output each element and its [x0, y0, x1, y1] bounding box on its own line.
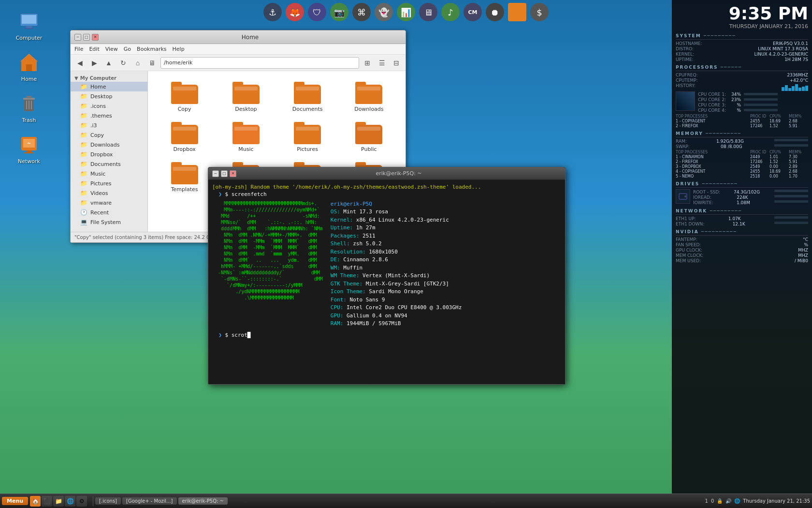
mem-proc5-cpu: 0.00: [769, 174, 789, 179]
taskbar-window-terminal[interactable]: erik@erik-P5Q: ~: [178, 497, 228, 505]
orange-box-icon[interactable]: [508, 3, 526, 21]
ghost-icon[interactable]: 👻: [375, 3, 393, 21]
drive-details: ROOT - SSD: 74.3G/102G IOREAD: 224K IOWR…: [693, 189, 808, 206]
sidebar-item-videos[interactable]: 📁 Videos: [71, 188, 147, 198]
music-icon[interactable]: ♪: [441, 3, 460, 21]
file-item-music[interactable]: Music: [217, 119, 275, 155]
ascii-art: MMMMMMMMMMMMMMMMMMMMMMMMMMMmds+. MMm----…: [212, 200, 323, 328]
sidebar-item-music[interactable]: 📁 Music: [71, 169, 147, 179]
cputemp-row: CPUTEMP: +42.0°C: [676, 78, 808, 83]
menu-help[interactable]: Help: [173, 45, 185, 53]
desktop-icon-network[interactable]: ~ Network: [10, 133, 48, 164]
mem-proc3-mem: 2.89: [789, 164, 808, 169]
sidebar-label-videos: Videos: [90, 190, 108, 196]
location-bar[interactable]: /home/erik: [160, 57, 359, 69]
sidebar-item-home[interactable]: 📁 Home: [71, 82, 147, 91]
sidebar-item-pictures[interactable]: 📁 Pictures: [71, 179, 147, 188]
menu-bookmarks[interactable]: Bookmarks: [137, 45, 166, 53]
camera-icon[interactable]: 📷: [330, 3, 348, 21]
drive-icon: [676, 189, 690, 204]
sidebar-item-vmware[interactable]: 📁 vmware: [71, 198, 147, 208]
sidebar-item-themes[interactable]: 📁 .themes: [71, 111, 147, 120]
sidebar-item-icons[interactable]: 📁 .icons: [71, 101, 147, 111]
tray-lock-icon: 🔒: [717, 498, 723, 504]
tray-network-icon[interactable]: 🌐: [734, 498, 740, 504]
taskbar-window-browser[interactable]: [Google+ - Mozil...]: [122, 497, 177, 505]
mem-proc2-name: 2 - FIREFOX: [676, 160, 750, 164]
file-label-pictures: Pictures: [297, 146, 318, 152]
sidebar-item-copy[interactable]: 📁 Copy: [71, 130, 147, 140]
sidebar-label-desktop: Desktop: [90, 93, 112, 100]
taskbar-window-icons[interactable]: [.icons]: [95, 497, 121, 505]
file-manager-sidebar: ▼ My Computer 📁 Home 📁 Desktop 📁 .icons: [71, 71, 148, 232]
file-label-documents: Documents: [292, 106, 323, 112]
sidebar-item-dropbox[interactable]: 📁 Dropbox: [71, 149, 147, 159]
mem-proc1-name: 1 - CINNAMON: [676, 155, 750, 159]
sidebar-section-mycomputer: ▼ My Computer 📁 Home 📁 Desktop 📁 .icons: [71, 73, 147, 228]
sidebar-item-downloads[interactable]: 📁 Downloads: [71, 140, 147, 149]
proc-header-name: TOP PROCESSES: [676, 114, 750, 119]
file-item-pictures[interactable]: Pictures: [279, 119, 336, 155]
file-item-templates[interactable]: Templates: [156, 159, 213, 195]
reload-button[interactable]: ↻: [117, 57, 130, 69]
taskbar-menu-button[interactable]: Menu: [2, 497, 28, 505]
anchor-icon[interactable]: ⚓: [263, 3, 282, 21]
mem-proc-header-cpu: CPU%: [769, 150, 789, 154]
terminal-close[interactable]: ✕: [230, 170, 236, 177]
up-button[interactable]: ▲: [102, 57, 115, 69]
file-item-desktop[interactable]: Desktop: [217, 79, 275, 115]
sidebar-item-i3[interactable]: 📁 .i3: [71, 120, 147, 130]
taskbar: Menu 🏠 ⬛ 📁 🌐 ⚙ [.icons] [Google+ - Mozil…: [0, 493, 812, 508]
menu-file[interactable]: File: [74, 45, 83, 53]
proc-header-pid: PROC ID: [750, 114, 769, 119]
desktop-icon-trash[interactable]: Trash: [10, 92, 48, 123]
file-item-copy[interactable]: Copy: [156, 79, 213, 115]
desktop-icon-home[interactable]: Home: [10, 51, 48, 82]
terminal-minimize[interactable]: ─: [212, 170, 219, 177]
dollar-icon[interactable]: $: [530, 3, 549, 21]
display-icon[interactable]: 🖥: [419, 3, 437, 21]
menu-view[interactable]: View: [105, 45, 118, 53]
view-compact-button[interactable]: ⊟: [390, 57, 403, 69]
sidebar-label-music: Music: [90, 171, 105, 177]
file-label-dropbox: Dropbox: [173, 146, 195, 152]
forward-button[interactable]: ▶: [88, 57, 101, 69]
terminal-icon[interactable]: ⌘: [352, 3, 371, 21]
taskbar-app-terminal[interactable]: ⬛: [42, 496, 52, 507]
home-nav-button[interactable]: ⌂: [131, 57, 144, 69]
sidebar-item-recent[interactable]: 🕐 Recent: [71, 208, 147, 217]
close-button[interactable]: ✕: [92, 34, 99, 41]
taskbar-app-browser[interactable]: 🌐: [65, 496, 75, 507]
maximize-button[interactable]: □: [83, 34, 90, 41]
minimize-button[interactable]: ─: [74, 34, 81, 41]
terminal-content[interactable]: [oh-my-zsh] Random theme '/home/erik/.oh…: [208, 180, 565, 384]
file-item-public[interactable]: Public: [340, 119, 398, 155]
sidebar-item-desktop[interactable]: 📁 Desktop: [71, 91, 147, 101]
file-item-downloads[interactable]: Downloads: [340, 79, 398, 115]
file-item-documents[interactable]: Documents: [279, 79, 336, 115]
taskbar-app-files[interactable]: 📁: [53, 496, 64, 507]
menu-edit[interactable]: Edit: [89, 45, 99, 53]
view-icons-button[interactable]: ⊞: [361, 57, 374, 69]
computer-nav-button[interactable]: 🖥: [146, 57, 159, 69]
back-button[interactable]: ◀: [73, 57, 86, 69]
shield-icon[interactable]: 🛡: [308, 3, 326, 21]
menu-go[interactable]: Go: [124, 45, 131, 53]
sidebar-item-documents[interactable]: 📁 Documents: [71, 159, 147, 169]
firefox-icon[interactable]: 🦊: [286, 3, 304, 21]
mem-proc-header-pid: PROC ID: [750, 150, 769, 154]
terminal-titlebar: ─ □ ✕ erik@erik-P5Q: ~: [208, 167, 565, 180]
file-item-dropbox[interactable]: Dropbox: [156, 119, 213, 155]
sidebar-item-filesystem[interactable]: 💻 File System: [71, 217, 147, 227]
cm-icon[interactable]: CM: [464, 3, 482, 21]
sidebar-label-icons: .icons: [90, 103, 106, 109]
taskbar-app-home[interactable]: 🏠: [30, 496, 41, 507]
taskbar-app-extra1[interactable]: ⚙: [76, 496, 87, 507]
mem-proc3-row: 3 - DROPBOX 2549 0.00 2.89: [676, 164, 808, 169]
pulse-icon[interactable]: 📊: [397, 3, 415, 21]
view-list-button[interactable]: ☰: [376, 57, 388, 69]
record-icon[interactable]: ⏺: [486, 3, 504, 21]
terminal-maximize[interactable]: □: [221, 170, 228, 177]
svg-text:~: ~: [27, 141, 31, 146]
tray-volume-icon[interactable]: 🔊: [725, 498, 731, 504]
